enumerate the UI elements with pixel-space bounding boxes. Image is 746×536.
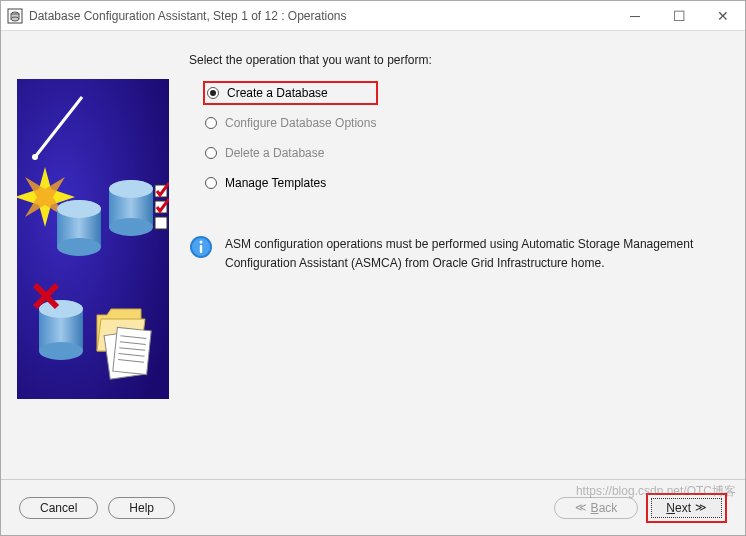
svg-point-19 <box>57 200 101 218</box>
info-message: ASM configuration operations must be per… <box>189 235 729 273</box>
svg-point-3 <box>11 17 19 21</box>
svg-point-6 <box>32 154 38 160</box>
option-create-database[interactable]: Create a Database <box>203 81 378 105</box>
radio-label: Configure Database Options <box>225 116 376 130</box>
operation-options: Create a Database Configure Database Opt… <box>203 81 729 195</box>
radio-label: Manage Templates <box>225 176 326 190</box>
titlebar: Database Configuration Assistant, Step 1… <box>1 1 745 31</box>
option-delete-database[interactable]: Delete a Database <box>203 141 729 165</box>
radio-label: Delete a Database <box>225 146 324 160</box>
window-controls: ─ ☐ ✕ <box>613 1 745 30</box>
svg-rect-27 <box>113 327 151 374</box>
svg-rect-36 <box>200 245 202 253</box>
window-title: Database Configuration Assistant, Step 1… <box>29 9 613 23</box>
radio-icon <box>205 177 217 189</box>
svg-point-18 <box>57 238 101 256</box>
chevron-left-icon: ≪ <box>575 501 587 514</box>
window: Database Configuration Assistant, Step 1… <box>0 0 746 536</box>
minimize-button[interactable]: ─ <box>613 1 657 30</box>
help-button[interactable]: Help <box>108 497 175 519</box>
svg-point-35 <box>200 241 203 244</box>
cancel-button[interactable]: Cancel <box>19 497 98 519</box>
radio-icon <box>207 87 219 99</box>
svg-rect-15 <box>155 217 167 229</box>
main-panel: Select the operation that you want to pe… <box>189 51 729 471</box>
option-manage-templates[interactable]: Manage Templates <box>203 171 729 195</box>
sidebar <box>17 51 169 471</box>
wizard-illustration <box>17 79 169 399</box>
radio-icon <box>205 147 217 159</box>
svg-point-12 <box>109 180 153 198</box>
maximize-button[interactable]: ☐ <box>657 1 701 30</box>
radio-label: Create a Database <box>227 86 328 100</box>
content-area: Select the operation that you want to pe… <box>1 31 745 479</box>
info-icon <box>189 235 213 259</box>
info-text: ASM configuration operations must be per… <box>225 235 729 273</box>
option-configure-database[interactable]: Configure Database Options <box>203 111 729 135</box>
close-button[interactable]: ✕ <box>701 1 745 30</box>
next-button[interactable]: Next ≫ <box>651 498 722 518</box>
radio-icon <box>205 117 217 129</box>
watermark: https://blog.csdn.net/OTC博客 <box>576 483 736 500</box>
svg-point-11 <box>109 218 153 236</box>
instruction-text: Select the operation that you want to pe… <box>189 53 729 67</box>
svg-point-23 <box>39 300 83 318</box>
svg-point-22 <box>39 342 83 360</box>
app-icon <box>7 8 23 24</box>
chevron-right-icon: ≫ <box>695 501 707 514</box>
